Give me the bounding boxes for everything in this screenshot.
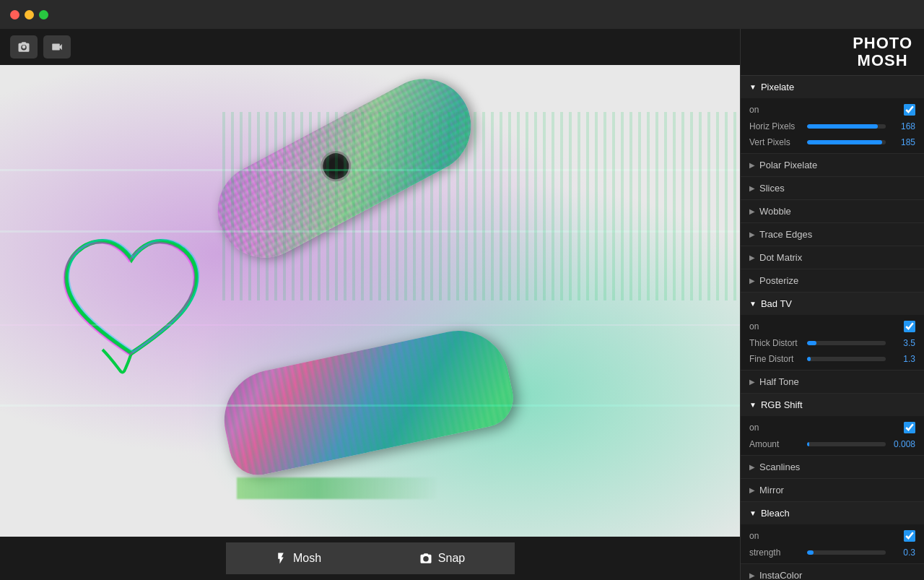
arrow-icon-mirror: ▶ (749, 486, 755, 494)
control-right-pixelate-1: 168 (807, 121, 915, 131)
mosh-button[interactable]: Mosh (226, 542, 370, 574)
effect-label-wobble: Wobble (759, 206, 791, 217)
effect-label-scanlines: Scanlines (759, 462, 800, 472)
arrow-icon-bleach: ▼ (749, 509, 757, 517)
effect-row-rgb-shift-0: on (749, 422, 915, 433)
effect-row-pixelate-0: on (749, 104, 915, 116)
effect-label-bad-tv: Bad TV (761, 298, 792, 309)
effect-header-pixelate[interactable]: ▼Pixelate (741, 76, 924, 98)
video-icon (51, 40, 64, 53)
effect-body-pixelate: onHoriz Pixels168Vert Pixels185 (741, 98, 924, 153)
effect-label-polar-pixelate: Polar Pixelate (759, 160, 817, 170)
effect-label-slices: Slices (759, 183, 785, 194)
logo: PHOTO MOSH (853, 35, 912, 69)
control-label-pixelate-1: Horiz Pixels (749, 121, 807, 131)
minimize-button[interactable] (25, 10, 34, 20)
slider-track-rgb-shift-1[interactable] (807, 442, 886, 446)
slider-track-bad-tv-2[interactable] (807, 357, 886, 361)
effect-label-half-tone: Half Tone (759, 376, 799, 387)
main-area: Mosh Snap (0, 29, 740, 580)
snap-button[interactable]: Snap (370, 542, 515, 574)
control-right-rgb-shift-0 (807, 422, 915, 433)
effect-section-rgb-shift: ▼RGB ShiftonAmount0.008 (741, 394, 924, 456)
slider-fill-pixelate-1 (807, 124, 878, 129)
slider-track-pixelate-1[interactable] (807, 124, 886, 129)
effect-header-rgb-shift[interactable]: ▼RGB Shift (741, 394, 924, 416)
camera-button[interactable] (10, 35, 38, 59)
effect-header-posterize[interactable]: ▶Posterize (741, 269, 924, 292)
camera-icon (17, 40, 30, 53)
control-label-bad-tv-0: on (749, 321, 807, 332)
effect-label-rgb-shift: RGB Shift (761, 399, 803, 410)
maximize-button[interactable] (39, 10, 48, 20)
snap-icon (419, 552, 432, 565)
close-button[interactable] (10, 10, 19, 20)
slider-container-rgb-shift-1: 0.008 (807, 439, 915, 449)
effect-label-mirror: Mirror (759, 485, 784, 495)
control-right-bleach-1: 0.3 (807, 547, 915, 558)
slider-container-pixelate-1: 168 (807, 121, 915, 131)
effect-header-scanlines[interactable]: ▶Scanlines (741, 456, 924, 478)
control-label-rgb-shift-0: on (749, 423, 807, 433)
effect-header-trace-edges[interactable]: ▶Trace Edges (741, 223, 924, 246)
checkbox-bad-tv-0[interactable] (904, 321, 915, 332)
checkbox-bleach-0[interactable] (904, 530, 915, 542)
green-splatter (237, 477, 439, 499)
effect-section-slices: ▶Slices (741, 177, 924, 200)
effect-row-bad-tv-2: Fine Distort1.3 (749, 354, 915, 364)
slider-value-bleach-1: 0.3 (890, 547, 915, 558)
effect-section-scanlines: ▶Scanlines (741, 456, 924, 479)
effect-label-pixelate: Pixelate (761, 82, 794, 92)
effect-header-half-tone[interactable]: ▶Half Tone (741, 371, 924, 393)
sidebar: PHOTO MOSH ▼PixelateonHoriz Pixels168Ver… (740, 29, 924, 580)
arrow-icon-slices: ▶ (749, 184, 755, 192)
slider-track-bleach-1[interactable] (807, 550, 886, 555)
effect-header-polar-pixelate[interactable]: ▶Polar Pixelate (741, 154, 924, 176)
effect-header-slices[interactable]: ▶Slices (741, 177, 924, 199)
arrow-icon-pixelate: ▼ (749, 83, 757, 91)
arrow-icon-bad-tv: ▼ (749, 300, 757, 308)
effect-row-rgb-shift-1: Amount0.008 (749, 439, 915, 449)
control-right-rgb-shift-1: 0.008 (807, 439, 915, 449)
effect-label-instacolor: InstaColor (759, 570, 802, 580)
effect-section-dot-matrix: ▶Dot Matrix (741, 246, 924, 269)
checkbox-rgb-shift-0[interactable] (904, 422, 915, 433)
heart-svg (59, 230, 204, 375)
effect-section-wobble: ▶Wobble (741, 200, 924, 223)
control-label-bad-tv-1: Thick Distort (749, 338, 807, 348)
control-right-bad-tv-2: 1.3 (807, 354, 915, 364)
effect-body-bad-tv: onThick Distort3.5Fine Distort1.3 (741, 315, 924, 370)
effect-header-dot-matrix[interactable]: ▶Dot Matrix (741, 246, 924, 269)
slider-fill-rgb-shift-1 (807, 442, 809, 446)
slider-container-pixelate-2: 185 (807, 137, 915, 147)
arrow-icon-scanlines: ▶ (749, 463, 755, 471)
slider-track-pixelate-2[interactable] (807, 140, 886, 144)
effect-body-rgb-shift: onAmount0.008 (741, 416, 924, 455)
heart-wire (59, 230, 204, 375)
video-button[interactable] (43, 35, 71, 59)
control-right-pixelate-2: 185 (807, 137, 915, 147)
title-bar (0, 0, 924, 29)
effect-label-bleach: Bleach (761, 508, 790, 519)
effect-header-mirror[interactable]: ▶Mirror (741, 479, 924, 501)
effect-header-bad-tv[interactable]: ▼Bad TV (741, 293, 924, 315)
slider-track-bad-tv-1[interactable] (807, 341, 886, 345)
logo-line2: MOSH (853, 52, 912, 69)
effect-header-instacolor[interactable]: ▶InstaColor (741, 564, 924, 580)
control-label-bleach-0: on (749, 531, 807, 541)
effect-header-bleach[interactable]: ▼Bleach (741, 502, 924, 524)
snap-label: Snap (438, 552, 465, 565)
arrow-icon-trace-edges: ▶ (749, 230, 755, 238)
slider-container-bleach-1: 0.3 (807, 547, 915, 558)
effect-header-wobble[interactable]: ▶Wobble (741, 200, 924, 222)
arrow-icon-half-tone: ▶ (749, 378, 755, 386)
slider-fill-bad-tv-2 (807, 357, 811, 361)
effect-section-half-tone: ▶Half Tone (741, 371, 924, 394)
bottom-bar: Mosh Snap (0, 537, 740, 580)
checkbox-pixelate-0[interactable] (904, 104, 915, 116)
effect-row-bleach-0: on (749, 530, 915, 542)
effect-row-bad-tv-1: Thick Distort3.5 (749, 338, 915, 348)
effect-section-mirror: ▶Mirror (741, 479, 924, 502)
canvas-area (0, 65, 740, 537)
glitch-strip-4 (0, 404, 740, 407)
